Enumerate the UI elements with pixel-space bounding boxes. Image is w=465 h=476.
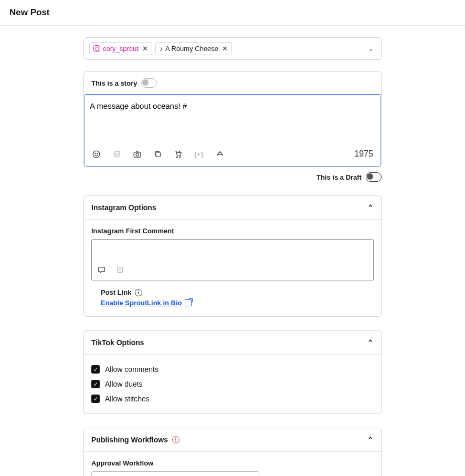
checkbox-label: Allow stitches bbox=[105, 395, 150, 403]
tiktok-options-header[interactable]: TikTok Options ⌃ bbox=[84, 331, 381, 355]
approval-workflow-select[interactable]: Select Workflow ⌄ bbox=[91, 471, 259, 476]
panel-title: Instagram Options bbox=[91, 203, 156, 212]
svg-point-8 bbox=[176, 157, 177, 158]
page-header: New Post bbox=[0, 0, 465, 26]
shopping-icon[interactable] bbox=[174, 150, 183, 159]
info-icon[interactable]: i bbox=[135, 289, 142, 296]
message-input[interactable] bbox=[84, 95, 381, 143]
enable-sproutlink-link[interactable]: Enable SproutLink in Bio bbox=[101, 299, 192, 307]
first-comment-toolbar bbox=[96, 263, 369, 276]
draft-toggle[interactable] bbox=[366, 172, 382, 182]
approval-workflow-label: Approval Workflow bbox=[91, 459, 374, 467]
chat-icon[interactable] bbox=[97, 265, 106, 274]
draft-toggle-row: This is a Draft bbox=[83, 172, 382, 182]
svg-rect-7 bbox=[156, 152, 161, 157]
add-media-icon[interactable] bbox=[115, 265, 124, 274]
svg-point-6 bbox=[136, 153, 139, 156]
story-toggle[interactable] bbox=[141, 78, 157, 88]
svg-point-4 bbox=[115, 153, 118, 155]
account-selector[interactable]: cory_sprout ✕ ♪ A Roumy Cheese ✕ ⌄ bbox=[83, 37, 382, 60]
account-chip-tiktok[interactable]: ♪ A Roumy Cheese ✕ bbox=[155, 42, 232, 55]
camera-icon[interactable] bbox=[133, 150, 142, 159]
publishing-workflows-header[interactable]: Publishing Workflows ! ⌃ bbox=[84, 428, 381, 452]
alt-text-icon[interactable] bbox=[215, 149, 225, 159]
checkbox-label: Allow duets bbox=[105, 380, 143, 388]
composer-toolbar: {+} 1975 bbox=[84, 145, 381, 166]
chevron-up-icon: ⌃ bbox=[367, 436, 374, 444]
svg-point-0 bbox=[93, 151, 100, 158]
external-link-icon bbox=[185, 299, 192, 306]
chevron-up-icon: ⌃ bbox=[367, 338, 374, 347]
account-chip-label: A Roumy Cheese bbox=[165, 45, 218, 53]
close-icon[interactable]: ✕ bbox=[222, 45, 228, 53]
char-count: 1975 bbox=[354, 149, 373, 159]
checkbox-label: Allow comments bbox=[105, 365, 158, 374]
composer-editor: {+} 1975 bbox=[83, 94, 382, 167]
account-chip-label: cory_sprout bbox=[103, 45, 139, 53]
checkbox-checked-icon[interactable]: ✓ bbox=[91, 395, 100, 403]
enable-sproutlink-label: Enable SproutLink in Bio bbox=[101, 299, 182, 307]
post-link-label: Post Link bbox=[101, 288, 132, 296]
variable-icon[interactable]: {+} bbox=[194, 150, 204, 158]
composer: This is a story bbox=[83, 71, 382, 167]
instagram-icon bbox=[93, 45, 100, 52]
publishing-workflows-panel: Publishing Workflows ! ⌃ Approval Workfl… bbox=[83, 428, 382, 476]
panel-title: TikTok Options bbox=[91, 338, 144, 347]
panel-title: Publishing Workflows bbox=[91, 436, 168, 444]
allow-duets-row[interactable]: ✓ Allow duets bbox=[91, 377, 374, 391]
svg-point-2 bbox=[97, 153, 98, 153]
first-comment-label: Instagram First Comment bbox=[91, 227, 374, 235]
post-link-row: Post Link i bbox=[91, 281, 374, 296]
close-icon[interactable]: ✕ bbox=[142, 45, 148, 53]
draft-toggle-label: This is a Draft bbox=[316, 173, 362, 181]
svg-point-9 bbox=[179, 157, 181, 158]
chevron-down-icon[interactable]: ⌄ bbox=[368, 45, 376, 53]
allow-comments-row[interactable]: ✓ Allow comments bbox=[91, 362, 374, 377]
page-title: New Post bbox=[9, 7, 456, 18]
emoji-icon[interactable] bbox=[92, 150, 101, 159]
instagram-options-header[interactable]: Instagram Options ⌃ bbox=[84, 196, 381, 220]
checkbox-checked-icon[interactable]: ✓ bbox=[91, 365, 100, 374]
svg-point-1 bbox=[95, 153, 96, 153]
tiktok-icon: ♪ bbox=[160, 45, 163, 53]
svg-point-3 bbox=[114, 151, 120, 157]
account-chip-instagram[interactable]: cory_sprout ✕ bbox=[89, 42, 152, 55]
instagram-options-panel: Instagram Options ⌃ Instagram First Comm… bbox=[83, 195, 382, 317]
first-comment-input[interactable] bbox=[91, 239, 374, 281]
svg-rect-5 bbox=[134, 152, 141, 157]
warning-icon: ! bbox=[172, 436, 179, 443]
chevron-up-icon: ⌃ bbox=[367, 203, 374, 212]
story-toggle-label: This is a story bbox=[91, 79, 137, 87]
story-toggle-row: This is a story bbox=[84, 72, 381, 95]
checkbox-checked-icon[interactable]: ✓ bbox=[91, 380, 100, 388]
tiktok-options-panel: TikTok Options ⌃ ✓ Allow comments ✓ Allo… bbox=[83, 330, 382, 414]
allow-stitches-row[interactable]: ✓ Allow stitches bbox=[91, 391, 374, 406]
target-icon[interactable] bbox=[112, 150, 121, 159]
carousel-icon[interactable] bbox=[153, 150, 162, 159]
